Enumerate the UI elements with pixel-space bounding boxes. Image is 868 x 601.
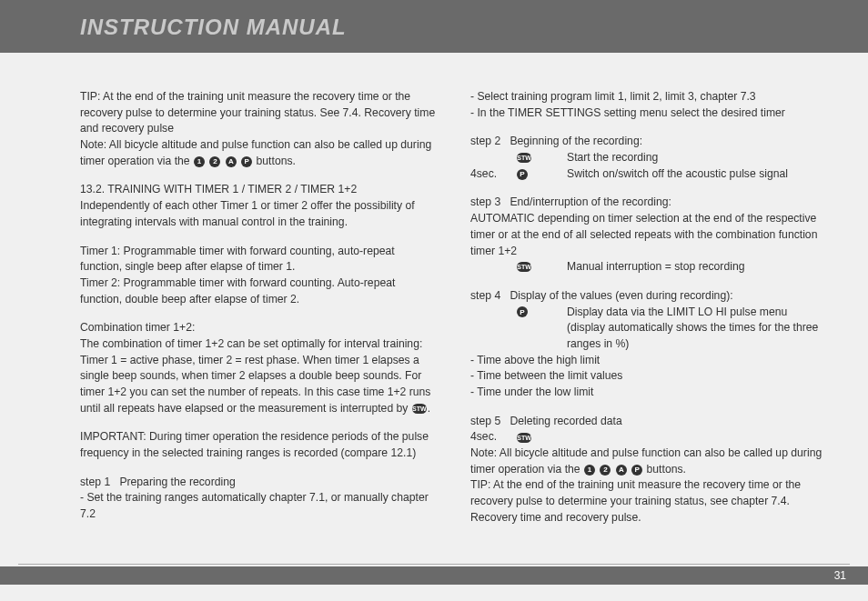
step4-label: step 4: [470, 289, 500, 302]
tip2-text: TIP: At the end of the training unit mea…: [470, 478, 801, 523]
step3-label: step 3: [470, 195, 500, 208]
step4-row1-text: Display data via the LIMIT LO HI pulse m…: [567, 305, 828, 353]
a-icon: A: [226, 156, 237, 167]
two-icon: 2: [600, 465, 611, 476]
stw-icon: STW: [517, 262, 531, 272]
footer-bar: 31: [0, 566, 868, 585]
step5-label: step 5: [470, 415, 500, 427]
step1-title: Preparing the recording: [119, 476, 235, 488]
select-line2: - In the TIMER SETTINGS setting menu sel…: [470, 106, 785, 119]
step2-block: step 2 Beginning of the recording: STW S…: [470, 134, 828, 182]
combo-paragraph: Combination timer 1+2: The combination o…: [80, 320, 438, 416]
timer-desc: Timer 1: Programmable timer with forward…: [80, 244, 438, 308]
stw-icon: STW: [517, 153, 531, 163]
step2-row1-text: Start the recording: [567, 150, 828, 166]
section-132-body: Independently of each other Timer 1 or t…: [80, 199, 415, 228]
step2-row2-label: 4sec.: [470, 166, 516, 183]
stw-icon: STW: [412, 404, 427, 414]
one-icon: 1: [584, 465, 595, 476]
section-132: 13.2. TRAINING WITH TIMER 1 / TIMER 2 / …: [80, 182, 438, 230]
section-132-title: 13.2. TRAINING WITH TIMER 1 / TIMER 2 / …: [80, 183, 357, 195]
step5-row1-label: 4sec.: [470, 429, 516, 446]
step1-label: step 1: [80, 476, 110, 488]
step3-block: step 3 End/interruption of the recording…: [470, 195, 828, 275]
note2-post: buttons.: [647, 463, 686, 476]
p-icon: P: [241, 156, 252, 167]
page-number: 31: [834, 569, 846, 582]
step2-label: step 2: [470, 135, 500, 147]
stw-icon: STW: [517, 433, 531, 443]
header-title: INSTRUCTION MANUAL: [80, 15, 347, 40]
left-column: TIP: At the end of the training unit mea…: [80, 89, 438, 526]
step4-block: step 4 Display of the values (even durin…: [470, 288, 828, 401]
step1-block: step 1 Preparing the recording - Set the…: [80, 475, 438, 523]
header-bar: INSTRUCTION MANUAL: [0, 0, 868, 53]
select-block: - Select training program limit 1, limit…: [470, 89, 828, 121]
p-icon: P: [517, 169, 528, 180]
timer2-text: Timer 2: Programmable timer with forward…: [80, 276, 395, 306]
step3-row1-text: Manual interruption = stop recording: [567, 259, 828, 275]
step3-body: AUTOMATIC depending on timer selection a…: [470, 212, 817, 256]
step1-line: - Set the training ranges automatically …: [80, 491, 429, 520]
p-icon: P: [631, 465, 642, 476]
important-text: IMPORTANT: During timer operation the re…: [80, 430, 429, 459]
note-text-post: buttons.: [257, 155, 296, 167]
combo-title: Combination timer 1+2:: [80, 321, 195, 334]
step5-title: Deleting recorded data: [510, 415, 621, 427]
step4-line2: - Time between the limit values: [470, 369, 622, 382]
step4-line3: - Time under the low limit: [470, 386, 593, 398]
important-paragraph: IMPORTANT: During timer operation the re…: [80, 429, 438, 461]
two-icon: 2: [209, 156, 220, 167]
step4-line1: - Time above the high limit: [470, 354, 600, 366]
p-icon: P: [517, 306, 528, 317]
content-area: TIP: At the end of the training unit mea…: [0, 53, 868, 526]
timer1-text: Timer 1: Programmable timer with forward…: [80, 245, 395, 274]
combo-body-post: .: [428, 402, 430, 415]
footer-divider: [18, 564, 850, 565]
step4-title: Display of the values (even during recor…: [510, 289, 732, 302]
select-line1: - Select training program limit 1, limit…: [470, 90, 756, 103]
one-icon: 1: [194, 156, 205, 167]
tip-text: TIP: At the end of the training unit mea…: [80, 90, 435, 135]
step3-title: End/interruption of the recording:: [510, 195, 671, 208]
tip-paragraph: TIP: At the end of the training unit mea…: [80, 89, 438, 169]
combo-body-pre: The combination of timer 1+2 can be set …: [80, 337, 430, 415]
step2-title: Beginning of the recording:: [510, 135, 642, 147]
a-icon: A: [616, 465, 627, 476]
right-column: - Select training program limit 1, limit…: [470, 89, 828, 526]
step5-block: step 5 Deleting recorded data 4sec. STW …: [470, 414, 828, 526]
step2-row2-text: Switch on/switch off the acoustic pulse …: [567, 166, 828, 183]
